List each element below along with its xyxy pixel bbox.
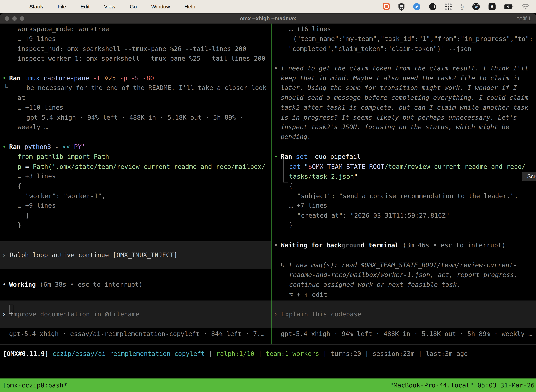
menu-app-name[interactable]: Slack	[22, 0, 50, 13]
window-title-bar[interactable]: omx --xhigh --madmax ⌥⌘1	[0, 13, 536, 23]
terminal-line: from pathlib import Path	[18, 152, 109, 162]
dots-grid-icon[interactable]	[445, 3, 452, 10]
terminal-line: weekly …	[18, 122, 48, 132]
terminal-line: task2 after task1 is complete, but can I…	[281, 103, 528, 112]
macos-menu-bar: Slack FileEditViewGoWindowHelp § ..61	[0, 0, 536, 13]
terminal-line: •	[274, 240, 278, 250]
terminal-line: tasks/task-2.json"	[289, 172, 358, 182]
wifi-icon[interactable]	[522, 4, 530, 10]
terminal-line: at	[18, 93, 25, 103]
keyboard-label: A	[490, 4, 494, 9]
terminal-line: gpt-5.4 xhigh · 94% left · 488K in · 5.1…	[26, 112, 244, 122]
menu-item-go[interactable]: Go	[123, 0, 144, 13]
terminal-line: continue assigned work or next feasible …	[289, 280, 460, 289]
terminal-line: •	[2, 280, 6, 289]
tmux-pane-right[interactable]: … +16 lines'{"team_name":"my-team","task…	[272, 23, 536, 344]
menu-item-file[interactable]: File	[50, 0, 73, 13]
terminal-line: Ran set -euo pipefail	[281, 152, 361, 162]
tree-connector	[283, 159, 288, 182]
screen: Slack FileEditViewGoWindowHelp § ..61	[0, 0, 536, 392]
terminal-line: {	[289, 181, 293, 191]
tree-connector	[12, 153, 16, 182]
terminal-line: … +3 lines	[18, 171, 56, 181]
terminal-line: gpt-5.4 xhigh · essay/ai-reimplementatio…	[9, 329, 264, 339]
window-shortcut-badge: ⌥⌘1	[516, 13, 531, 23]
menu-item-window[interactable]: Window	[144, 0, 177, 13]
terminal-line: └	[4, 83, 8, 93]
omx-session-status-line: [OMX#0.11.9] cczip/essay/ai-reimplementa…	[3, 349, 468, 359]
terminal-line: ↳ 1 new msg(s): read $OMX_TEAM_STATE_ROO…	[281, 260, 517, 270]
terminal-window: omx --xhigh --madmax ⌥⌘1 workspace_mode:…	[0, 13, 536, 392]
terminal-line: inspect_worker-1: omx sparkshell --tmux-…	[18, 54, 265, 63]
terminal-line: inspect task2's JSON, focusing on the st…	[281, 122, 509, 132]
battery-percent-label: ..61	[474, 5, 479, 9]
terminal-line: "created_at": "2026-03-31T11:59:27.816Z"	[297, 210, 450, 220]
squiggle-icon[interactable]: §	[460, 3, 464, 11]
tmux-status-bar: [omx-cczip0:bash* "MacBook-Pro-44.local"…	[0, 378, 536, 392]
terminal-line: •	[274, 63, 278, 73]
text-cursor	[9, 305, 13, 314]
terminal-line: be necessary for the end of the README. …	[26, 83, 266, 93]
terminal-line: '{"team_name":"my-team","task_id":"1","f…	[289, 34, 533, 44]
shield-grid-icon[interactable]	[398, 3, 405, 11]
terminal-line: }	[18, 220, 21, 230]
terminal-line: … +7 lines	[289, 201, 327, 210]
terminal-line: readme-and-reco/mailbox/worker-1.json, a…	[289, 270, 518, 280]
keyboard-input-icon[interactable]: A	[488, 3, 496, 10]
terminal-line: "worker": "worker-1",	[25, 191, 105, 201]
screen-tooltip-text: Scre	[527, 173, 536, 180]
terminal-line: … +9 lines	[18, 201, 56, 210]
terminal-line: •	[2, 73, 6, 83]
blue-badge-icon[interactable]	[413, 3, 421, 10]
menu-item-edit[interactable]: Edit	[73, 0, 97, 13]
terminal-line: … +9 lines	[18, 34, 56, 44]
battery-charging-icon[interactable]	[504, 4, 513, 9]
status-separator	[0, 344, 536, 345]
window-title: omx --xhigh --madmax	[0, 13, 536, 23]
terminal-line: should send a message before completing …	[281, 93, 528, 103]
terminal-line: pending.	[281, 132, 311, 142]
terminal-line: Ran python3 - <<'PY'	[9, 142, 86, 152]
screen-tooltip-overlay: Scre	[522, 172, 536, 181]
terminal-line: •	[2, 142, 6, 152]
terminal-line: p = Path('.omx/state/team/review-current…	[18, 162, 265, 172]
terminal-line: keep that in mind. Maybe I also need the…	[281, 73, 521, 83]
terminal-line: ⌥ + ↑ edit	[289, 290, 327, 300]
tmux-session-label[interactable]: [omx-cczip0:bash*	[0, 382, 67, 389]
terminal-line: › Improve documentation in @filename	[2, 309, 139, 319]
tmux-pane-left[interactable]: workspace_mode: worktree… +9 linesinspec…	[0, 23, 271, 344]
terminal-line: "completed","claim_token":"claim-token"}…	[289, 44, 471, 54]
terminal-line: "subject": "send a concise recommendatio…	[297, 191, 518, 201]
terminal-line: … +16 lines	[289, 24, 331, 34]
apple-menu-icon[interactable]	[8, 0, 22, 13]
crescent-circle-icon[interactable]	[429, 3, 436, 10]
terminal-line: {	[18, 181, 21, 191]
menu-items: Slack FileEditViewGoWindowHelp	[0, 0, 202, 13]
terminal-line: › Explain this codebase	[274, 309, 361, 319]
terminal-line: workspace_mode: worktree	[18, 24, 109, 34]
terminal-line: is in progress? It seems likely but perh…	[281, 112, 517, 122]
terminal-line: later. Using the same for transition mig…	[281, 83, 517, 93]
terminal-line: •	[274, 152, 278, 162]
menu-item-view[interactable]: View	[97, 0, 122, 13]
menu-item-help[interactable]: Help	[177, 0, 203, 13]
terminal-line: › Ralph loop active continue [OMX_TMUX_I…	[2, 250, 177, 260]
terminal-line: … +110 lines	[18, 103, 63, 112]
terminal-line: I need to get the claim token from the c…	[281, 63, 528, 73]
screen-record-orange-icon[interactable]	[383, 3, 390, 11]
terminal-line: }	[289, 220, 293, 230]
menu-bar-tray: § ..61 A	[383, 3, 536, 11]
tmux-host-clock-label: "MacBook-Pro-44.local" 05:03 31-Mar-26	[390, 382, 536, 389]
terminal-line: cat "$OMX_TEAM_STATE_ROOT/team/review-cu…	[289, 162, 526, 172]
terminal-line: Working (6m 38s • esc to interrupt)	[9, 280, 143, 289]
terminal-line: ]	[25, 210, 29, 220]
battery-percent-circle-icon[interactable]: ..61	[472, 3, 480, 11]
terminal-line: Waiting for background terminal (3m 46s …	[281, 240, 506, 250]
terminal-line: Ran tmux capture-pane -t %25 -p -S -80	[9, 73, 154, 83]
terminal-line: gpt-5.4 xhigh · 94% left · 488K in · 5.1…	[281, 329, 532, 339]
terminal-line: inspect_hud: omx sparkshell --tmux-pane …	[18, 44, 246, 54]
